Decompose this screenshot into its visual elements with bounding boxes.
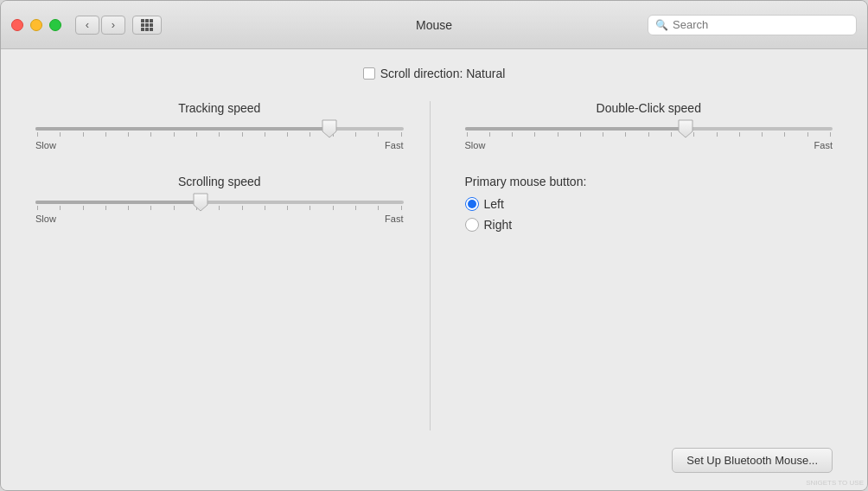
maximize-button[interactable] (49, 19, 61, 31)
double-click-speed-section: Double-Click speed (465, 101, 833, 150)
forward-button[interactable]: › (101, 16, 125, 35)
grid-view-button[interactable] (132, 16, 162, 35)
scroll-direction-label: Scroll direction: Natural (380, 67, 506, 80)
minimize-button[interactable] (30, 19, 42, 31)
scrolling-speed-track (35, 201, 404, 204)
radio-left-label: Left (484, 197, 504, 211)
scrolling-speed-fast: Fast (385, 214, 403, 224)
double-click-speed-ticks (465, 132, 833, 137)
double-click-speed-fast: Fast (814, 140, 833, 150)
scroll-direction-row: Scroll direction: Natural (35, 67, 833, 80)
tracking-speed-section: Tracking speed (35, 101, 404, 150)
double-click-speed-track (465, 127, 833, 131)
watermark: SNIGETS TO USE (806, 479, 864, 487)
tracking-speed-slow: Slow (35, 140, 56, 150)
scroll-direction-checkbox[interactable] (363, 67, 375, 80)
search-box[interactable]: 🔍 (648, 15, 857, 35)
radio-left-inner (468, 200, 476, 208)
search-input[interactable] (673, 18, 849, 31)
scrolling-speed-slow: Slow (35, 214, 56, 224)
back-button[interactable]: ‹ (75, 16, 99, 35)
search-icon: 🔍 (655, 19, 668, 31)
right-column: Double-Click speed (431, 101, 833, 430)
radio-right-indicator (465, 218, 479, 232)
two-column-layout: Tracking speed (35, 101, 833, 430)
nav-buttons: ‹ › (75, 16, 125, 35)
primary-mouse-button-section: Primary mouse button: Left Right (465, 175, 833, 232)
scrolling-speed-title: Scrolling speed (35, 175, 404, 188)
scrolling-speed-ticks (35, 206, 404, 210)
title-bar: ‹ › Mouse 🔍 (1, 1, 867, 49)
window-controls (11, 19, 61, 31)
bluetooth-setup-button[interactable]: Set Up Bluetooth Mouse... (672, 448, 833, 473)
scrolling-speed-section: Scrolling speed (35, 175, 404, 224)
tracking-speed-labels: Slow Fast (35, 140, 404, 150)
scrolling-speed-labels: Slow Fast (35, 214, 404, 224)
scrolling-speed-thumb[interactable] (193, 193, 208, 212)
bottom-row: Set Up Bluetooth Mouse... (35, 430, 833, 473)
left-column: Tracking speed (35, 101, 431, 430)
double-click-speed-fill (465, 127, 686, 131)
tracking-speed-thumb[interactable] (322, 119, 337, 138)
double-click-speed-title: Double-Click speed (465, 101, 833, 115)
tracking-speed-fill (35, 127, 329, 131)
double-click-speed-slow: Slow (465, 140, 486, 150)
tracking-speed-ticks (35, 132, 404, 137)
scrolling-speed-fill (35, 201, 201, 204)
main-content: Scroll direction: Natural Tracking speed (1, 49, 867, 490)
double-click-speed-labels: Slow Fast (465, 140, 833, 150)
grid-icon (141, 19, 153, 31)
tracking-speed-track (35, 127, 404, 131)
scrolling-speed-slider-container (35, 201, 404, 210)
tracking-speed-fast: Fast (385, 140, 403, 150)
tracking-speed-title: Tracking speed (35, 101, 404, 115)
radio-option-left[interactable]: Left (465, 197, 833, 211)
radio-left-indicator (465, 197, 479, 211)
double-click-speed-thumb[interactable] (678, 119, 693, 138)
close-button[interactable] (11, 19, 23, 31)
tracking-speed-slider-container (35, 127, 404, 137)
radio-right-label: Right (484, 218, 513, 232)
primary-mouse-button-title: Primary mouse button: (465, 175, 833, 188)
window-title: Mouse (416, 18, 452, 32)
double-click-speed-slider-container (465, 127, 833, 137)
radio-option-right[interactable]: Right (465, 218, 833, 232)
